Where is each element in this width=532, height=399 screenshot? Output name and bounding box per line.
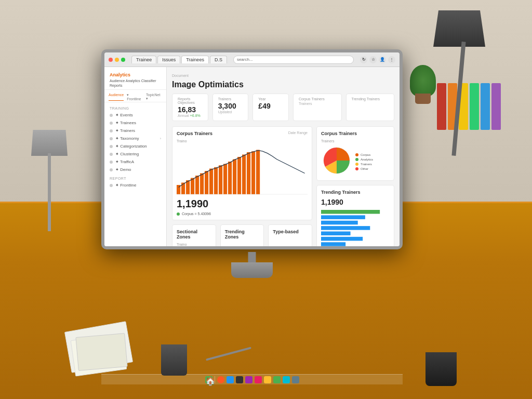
svg-rect-12 xyxy=(233,159,236,195)
svg-rect-62 xyxy=(321,231,351,235)
right-panel-sub: Trainers xyxy=(299,102,336,105)
lamp-right-arm xyxy=(451,42,466,156)
browser-tab-2[interactable]: Issues xyxy=(157,56,180,63)
pie-svg xyxy=(321,145,352,176)
sidebar-dot-demo xyxy=(110,168,113,171)
svg-rect-13 xyxy=(237,157,241,194)
pie-label-4: Other xyxy=(361,167,368,170)
sidebar-dot-traffica xyxy=(110,161,113,164)
traffic-light-yellow[interactable] xyxy=(115,58,119,62)
bookmark-icon[interactable]: ☆ xyxy=(369,56,377,63)
metric-card-3: Year £49 xyxy=(252,94,289,121)
charts-area: Corpus Trainers Traino Date Range xyxy=(172,126,394,246)
metric-card-2: Trainers 3,300 Updated xyxy=(212,94,249,121)
taskbar-terminal[interactable] xyxy=(236,376,243,383)
nav-item-audience[interactable]: Audience Analytics xyxy=(110,79,140,83)
svg-rect-61 xyxy=(321,226,370,230)
lamp-left xyxy=(31,130,73,234)
right-panel-label2: Trending Trainers xyxy=(352,97,389,101)
page-title: Image Optimiatics xyxy=(172,80,394,89)
right-bar-value: 1,1990 xyxy=(321,198,390,206)
sidebar-item-trainees[interactable]: ✦ Trainees xyxy=(104,119,166,127)
nav-item-reports[interactable]: Reports xyxy=(110,84,123,87)
pie-chart-card: Corpus Trainers Trainers xyxy=(316,126,394,181)
user-icon[interactable]: 👤 xyxy=(379,56,386,63)
taskbar-settings[interactable] xyxy=(245,376,252,383)
metric-card-1: Reports Objectives 16,83 Annual +6.8% xyxy=(172,94,208,121)
metric-label-3: Year xyxy=(258,97,283,101)
bottom-chart-1: Sectional Zones Traino xyxy=(172,224,216,246)
bottom-chart-3: Type-based xyxy=(268,224,312,246)
sidebar-section-training: Training ✦ Events ✦ Trainees xyxy=(104,104,166,175)
bottom-chart-title-1: Sectional Zones xyxy=(177,229,211,240)
pie-label-2: Analytics xyxy=(361,158,373,161)
bottom-chart-2: Trending Zones xyxy=(220,224,264,246)
sub-nav-audience[interactable]: Audience xyxy=(109,93,124,101)
traffic-light-green[interactable] xyxy=(121,58,125,62)
metric-sub-1: Annual +6.8% xyxy=(178,114,203,117)
main-chart-value: 1,1990 xyxy=(177,198,308,210)
taskbar-firefox[interactable] xyxy=(217,376,224,383)
main-chart-legend: Corpus = 5.43096 xyxy=(177,212,308,216)
taskbar-home[interactable]: 🏠 xyxy=(205,376,212,383)
sidebar-item-demo[interactable]: ✦ Demo xyxy=(104,166,166,174)
dashboard-body: Document Image Optimiatics Reports Objec… xyxy=(167,67,400,246)
taskbar-photos[interactable] xyxy=(283,376,290,383)
taskbar-music[interactable] xyxy=(273,376,281,383)
analytics-app: Analytics Audience Analytics Classifier … xyxy=(104,67,400,246)
sidebar-dot-categorization xyxy=(110,145,113,148)
pie-chart-sub: Trainers xyxy=(321,139,390,143)
main-chart-subtitle: Traino xyxy=(177,139,212,143)
taskbar-divider xyxy=(215,376,215,383)
metric-change-1: +6.8% xyxy=(190,114,201,117)
sidebar-item-clustering[interactable]: ✦ Clustering xyxy=(104,150,166,158)
refresh-icon[interactable]: ↻ xyxy=(360,56,367,63)
traffic-light-red[interactable] xyxy=(109,58,113,62)
sidebar-item-trainers[interactable]: ✦ Trainers xyxy=(104,127,166,135)
monitor-stand xyxy=(231,262,273,278)
main-content: Document Image Optimiatics Reports Objec… xyxy=(167,67,400,246)
main-chart-title: Corpus Trainers xyxy=(177,131,212,136)
taskbar-files[interactable] xyxy=(227,376,234,383)
sidebar-item-events[interactable]: ✦ Events xyxy=(104,111,166,119)
sidebar-item-taxonomy[interactable]: ✦ Taxonomy › xyxy=(104,135,166,142)
type-based-svg xyxy=(273,237,308,246)
svg-rect-4 xyxy=(195,176,199,194)
sidebar-item-frontline[interactable]: ✦ Frontline xyxy=(104,181,166,189)
sidebar-item-categorization[interactable]: ✦ Categorization xyxy=(104,142,166,150)
browser-tab-1[interactable]: Trainee xyxy=(131,56,156,63)
sidebar-label-categorization: ✦ Categorization xyxy=(115,144,147,149)
book-6 xyxy=(491,83,501,130)
metric-sub-2: Updated xyxy=(218,110,243,114)
main-chart-card: Corpus Trainers Traino Date Range xyxy=(172,126,312,220)
nav-item-classifier[interactable]: Classifier xyxy=(141,79,156,83)
sub-nav-topicnet[interactable]: TopicNet ▾ xyxy=(146,93,162,101)
menu-icon[interactable]: ⋮ xyxy=(388,56,395,63)
sidebar-section-title-1: Training xyxy=(104,105,166,111)
pie-legend-3: Trainers xyxy=(355,163,373,166)
taskbar-calendar[interactable] xyxy=(264,376,271,383)
sub-nav-frontline[interactable]: ▾ Frontline xyxy=(127,93,143,101)
svg-rect-58 xyxy=(321,210,380,214)
svg-rect-5 xyxy=(200,174,204,195)
browser-icons: ↻ ☆ 👤 ⋮ xyxy=(360,56,395,63)
sidebar-item-traffica[interactable]: ✦ TrafficA xyxy=(104,158,166,166)
svg-rect-60 xyxy=(321,221,358,225)
sidebar-dot-clustering xyxy=(110,153,113,156)
browser-tab-4[interactable]: D.S xyxy=(210,56,227,63)
taskbar-mail[interactable] xyxy=(255,376,262,383)
pie-legend: Corpus Analytics xyxy=(355,153,373,170)
mug-right xyxy=(425,352,457,386)
right-side-panel: Corpus Trainers Trainers xyxy=(316,126,394,246)
address-bar[interactable]: search... xyxy=(233,56,354,64)
browser-tab-3[interactable]: Trainees xyxy=(181,56,209,63)
bottom-chart-sub-1: Traino xyxy=(177,243,211,246)
monitor-screen: Trainee Issues Trainees D.S search... ↻ … xyxy=(104,52,400,246)
sidebar-dot-trainees xyxy=(110,122,113,125)
lamp-right-shade xyxy=(433,10,485,47)
pie-dot-1 xyxy=(355,153,358,156)
page-title-section: Image Optimiatics xyxy=(172,80,394,89)
pie-legend-4: Other xyxy=(355,167,373,170)
metric-label-1: Reports Objectives xyxy=(178,97,203,104)
taskbar-clock[interactable] xyxy=(292,376,299,383)
